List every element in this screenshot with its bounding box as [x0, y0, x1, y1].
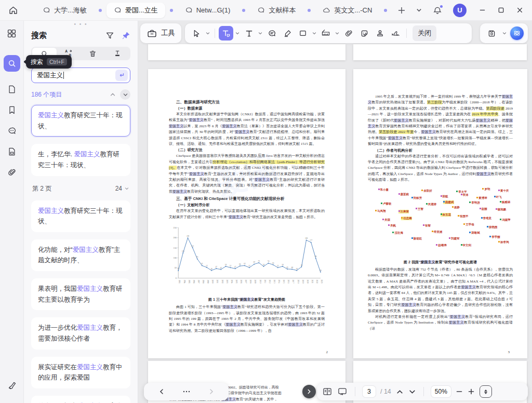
- chevron-down-icon: [335, 31, 340, 36]
- select-tool-dropdown[interactable]: [205, 31, 211, 36]
- search-result-item[interactable]: 果表明，我国爱国主义教育研究主要以教育学为: [31, 278, 130, 310]
- add-text-tool[interactable]: [242, 26, 256, 41]
- tabs-dropdown-button[interactable]: [410, 3, 427, 18]
- search-result-item[interactable]: 爱国主义教育研究三十年：现状、: [31, 200, 130, 232]
- expand-results-button[interactable]: [120, 89, 130, 100]
- author-node: 骆郁廷: [411, 237, 422, 240]
- previous-page-button[interactable]: [396, 388, 404, 396]
- text-run: 果表明，我国: [38, 285, 77, 292]
- notifications-button[interactable]: [429, 3, 446, 18]
- search-input[interactable]: 爱国主义: [31, 68, 130, 83]
- document-tab-1[interactable]: 爱国...立生: [107, 3, 165, 18]
- tab-delete[interactable]: [81, 48, 105, 59]
- svg-text:62: 62: [201, 263, 203, 265]
- back-button[interactable]: [158, 388, 165, 395]
- results-section-header[interactable]: 第 2 页24: [32, 184, 129, 193]
- next-page-button[interactable]: [408, 388, 416, 396]
- rail-pages-button[interactable]: [4, 81, 20, 98]
- author-node: 佘双好: [421, 189, 432, 193]
- search-result-item[interactable]: 化功能，对“爱国主义教育”主题文献的时序、: [31, 239, 130, 271]
- search-result-item[interactable]: 的应用，探索爱国主义教育走深走实的有效路径: [31, 396, 130, 403]
- more-button[interactable]: [182, 387, 191, 396]
- svg-text:2002: 2002: [221, 280, 223, 284]
- rail-brush-button[interactable]: [4, 377, 20, 394]
- filter-icon[interactable]: [105, 31, 114, 40]
- select-tool[interactable]: [189, 26, 204, 41]
- search-result-item[interactable]: 为进一步优化爱国主义教育，需要加强核心作者: [31, 317, 130, 349]
- avatar[interactable]: U: [453, 4, 467, 17]
- signature-tool[interactable]: [388, 26, 403, 41]
- svg-text:2013: 2013: [273, 280, 275, 284]
- pin-icon[interactable]: [122, 31, 130, 40]
- expand-bar-button[interactable]: [302, 385, 316, 398]
- two-page-view-button[interactable]: [322, 386, 332, 397]
- pdf-page-3[interactable]: 1995 年之后，发文量就开始下降，并一直持续到 1999 年，表明这几年学界关…: [353, 69, 527, 358]
- maximize-button[interactable]: [493, 3, 509, 18]
- rail-comments-button[interactable]: [4, 123, 20, 139]
- zoom-in-button[interactable]: [468, 388, 475, 395]
- tools-button[interactable]: 工具: [140, 23, 181, 43]
- comment-tool[interactable]: [264, 26, 279, 41]
- shape-tool[interactable]: [296, 26, 310, 41]
- svg-text:45: 45: [286, 266, 288, 268]
- ai-assistant-button[interactable]: [510, 26, 524, 40]
- svg-text:2005: 2005: [235, 280, 237, 284]
- tab-mark[interactable]: [105, 48, 129, 59]
- document-tab-0[interactable]: 大学...海敏: [35, 3, 94, 18]
- svg-text:2017: 2017: [292, 280, 294, 284]
- search-submit-button[interactable]: [115, 70, 128, 81]
- zoom-level[interactable]: 50%: [431, 386, 451, 397]
- add-text-dropdown[interactable]: [257, 31, 263, 36]
- save-dropdown[interactable]: [501, 31, 508, 36]
- author-node: 余玉花: [441, 213, 451, 217]
- save-group: [480, 23, 528, 43]
- close-window-button[interactable]: [511, 3, 528, 18]
- section-count-toggle[interactable]: 24: [115, 185, 129, 192]
- rail-apps-button[interactable]: [4, 25, 20, 42]
- forward-button[interactable]: [208, 388, 215, 395]
- zoom-out-button[interactable]: [456, 388, 463, 395]
- document-tab-2[interactable]: Netw...G(1): [178, 3, 238, 18]
- text-markup-tool[interactable]: [219, 26, 233, 41]
- measure-tool[interactable]: [318, 26, 333, 41]
- text-markup-dropdown[interactable]: [234, 31, 241, 36]
- search-result-item[interactable]: 生，李忆华. 爱国主义教育研究三十年：现状、: [31, 144, 130, 176]
- panel-drag-handle[interactable]: • • •: [24, 21, 138, 26]
- shape-dropdown[interactable]: [311, 31, 317, 36]
- text-run: 化功能，对“: [38, 246, 73, 253]
- rail-bookmarks-button[interactable]: [4, 102, 20, 118]
- file-icon: [7, 85, 17, 94]
- pdf-page-partial[interactable]: [148, 44, 345, 60]
- sticker-tool[interactable]: [357, 26, 371, 41]
- highlighted-text: 爱国主义: [476, 172, 491, 176]
- text-run: 今，: [414, 130, 421, 134]
- annotation-toolbar: 关闭: [185, 23, 472, 43]
- pdf-page-2[interactable]: 爱国 二、数据来源与研究方法（一）数据来源本文分析所选取的文献来源于中国知网（C…: [148, 69, 345, 358]
- highlighter-tool[interactable]: [280, 26, 295, 41]
- search-result-item[interactable]: 爱国主义教育研究三十年：现状、: [31, 105, 130, 137]
- rail-thumbnails-button[interactable]: [4, 143, 20, 160]
- fit-page-control[interactable]: [480, 385, 492, 398]
- presentation-icon: [337, 386, 348, 397]
- page-number-input[interactable]: 3: [363, 386, 376, 397]
- search-result-item[interactable]: 展实证研究在爱国主义教育中的应用，探索爱国: [31, 357, 130, 388]
- save-button[interactable]: [484, 26, 499, 41]
- plus-icon: [468, 388, 475, 395]
- new-tab-button[interactable]: [395, 4, 408, 17]
- measure-dropdown[interactable]: [334, 31, 340, 36]
- rail-search-button[interactable]: [4, 55, 20, 72]
- paragraph: 根据图谱中的数据，发现有 752 个节点（作者），80 条连线（合作关系），密度…: [368, 267, 513, 314]
- two-page-icon: [322, 386, 332, 397]
- collapse-all-icon[interactable]: [110, 91, 116, 98]
- document-tab-4[interactable]: 英文文...-CN: [315, 3, 379, 18]
- author-node: 唐景莉: [398, 193, 409, 196]
- attach-tool[interactable]: [341, 26, 356, 41]
- presentation-button[interactable]: [337, 386, 348, 397]
- close-toolbar-button[interactable]: 关闭: [413, 25, 436, 41]
- pdf-page-partial[interactable]: [353, 44, 527, 60]
- home-button[interactable]: [5, 3, 21, 18]
- document-tab-3[interactable]: 文献样本: [250, 3, 303, 18]
- stamp-tool[interactable]: [373, 26, 387, 41]
- rail-attachments-button[interactable]: [4, 164, 20, 181]
- minimize-button[interactable]: [474, 3, 490, 18]
